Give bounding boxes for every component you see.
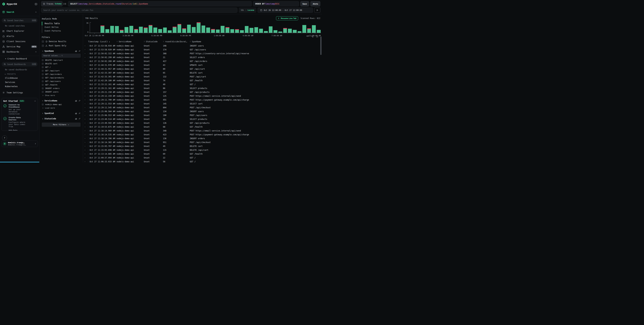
table-row[interactable]: ›Oct 27 11:16:14.396 AMnodejs-demo-apiUn… — [83, 136, 322, 140]
table-row[interactable]: ›Oct 27 11:19:53.875 AMnodejs-demo-apiUn… — [83, 125, 322, 129]
sidebar-item-search[interactable]: Search — [0, 10, 39, 15]
drag-handle-icon[interactable]: ⠿ — [144, 41, 145, 43]
table-row[interactable]: ›Oct 27 11:25:06.564 AMnodejs-demo-apiUn… — [83, 109, 322, 113]
table-row[interactable]: ›Oct 27 11:50:02.322 AMnodejs-demo-apiUn… — [83, 52, 322, 55]
chart-filter-icon[interactable] — [75, 118, 77, 120]
spanname-show-more[interactable]: Show more — [42, 94, 80, 97]
drag-handle-icon[interactable]: ⠿ — [190, 41, 191, 43]
filter-group-servicename[interactable]: ServiceName — [42, 100, 80, 102]
histogram-bar[interactable] — [274, 30, 277, 33]
view-sql-icon[interactable]: </> — [306, 35, 309, 38]
table-row[interactable]: ›Oct 27 11:29:11.700 AMnodejs-demo-apiUn… — [83, 98, 322, 102]
source-settings-gear-icon[interactable] — [64, 3, 66, 5]
chevron-up-icon[interactable] — [35, 51, 37, 53]
checkbox[interactable] — [42, 66, 44, 68]
checkbox[interactable] — [42, 59, 44, 61]
pin-icon[interactable] — [78, 112, 80, 114]
sidebar-item-team-settings[interactable]: Team Settings — [0, 90, 39, 95]
collapse-sidebar-icon[interactable] — [35, 3, 37, 5]
table-row[interactable]: ›Oct 27 11:42:33.307 AMnodejs-demo-apiUn… — [83, 71, 322, 75]
checkbox[interactable] — [42, 104, 44, 105]
column-statuscode[interactable]: ⠿StatusCode — [144, 41, 163, 43]
checkbox[interactable] — [42, 73, 44, 75]
row-expand-chevron[interactable]: › — [84, 145, 88, 147]
chart-filter-icon[interactable] — [75, 50, 77, 52]
row-expand-chevron[interactable]: › — [84, 153, 88, 155]
sidebar-item-service-map[interactable]: Service Map BETA — [0, 44, 39, 49]
table-row[interactable]: ›Oct 27 11:06:33.033 AMnodejs-demo-apiUn… — [83, 160, 322, 163]
table-row[interactable]: ›Oct 27 11:33:22.161 AMnodejs-demo-apiUn… — [83, 82, 322, 86]
histogram-bar[interactable] — [149, 25, 152, 33]
wrap-lines-icon[interactable] — [311, 35, 314, 38]
chevron-up-icon[interactable] — [34, 100, 36, 102]
filter-value-row[interactable]: GET / — [42, 66, 80, 69]
row-expand-chevron[interactable]: › — [84, 91, 88, 93]
table-row[interactable]: ›Oct 27 11:42:33.301 AMnodejs-demo-apiUn… — [83, 75, 322, 79]
row-expand-chevron[interactable]: › — [84, 160, 88, 163]
row-expand-chevron[interactable]: › — [84, 133, 88, 136]
table-row[interactable]: ›Oct 27 11:50:02.299 AMnodejs-demo-apiUn… — [83, 55, 322, 59]
row-expand-chevron[interactable]: › — [84, 106, 88, 109]
filter-value-row[interactable]: DELETE /api/cart — [42, 58, 80, 62]
table-row[interactable]: ›Oct 27 11:53:58.920 AMnodejs-demo-apiUn… — [83, 48, 322, 52]
filter-value-row[interactable]: INSERT orders — [42, 87, 80, 90]
histogram-bar[interactable] — [302, 25, 306, 33]
row-expand-chevron[interactable]: › — [84, 122, 88, 124]
histogram-bar[interactable] — [206, 28, 210, 33]
pin-icon[interactable] — [78, 50, 80, 52]
table-row[interactable]: ›Oct 27 11:44:31.957 AMnodejs-demo-apiUn… — [83, 67, 322, 71]
table-row[interactable]: ›Oct 27 11:29:11.545 AMnodejs-demo-apiUn… — [83, 106, 322, 109]
source-selector[interactable]: Traces Schema — [41, 1, 62, 6]
column-timestamp[interactable]: Timestamp (Local)↓ — [88, 41, 116, 43]
table-row[interactable]: ›Oct 27 11:16:14.383 AMnodejs-demo-apiUn… — [83, 140, 322, 144]
saved-dashboards-input[interactable]: Saved Dashboards ⌘ K — [2, 62, 38, 67]
help-button[interactable]: ? — [2, 135, 7, 140]
chart-filter-icon[interactable] — [75, 112, 77, 114]
download-icon[interactable] — [316, 35, 318, 38]
row-expand-chevron[interactable]: › — [84, 76, 88, 78]
checkbox[interactable] — [42, 41, 44, 43]
table-row[interactable]: ›Oct 27 11:09:37.094 AMnodejs-demo-apiUn… — [83, 156, 322, 160]
histogram-bar[interactable] — [106, 29, 109, 33]
row-expand-chevron[interactable]: › — [84, 157, 88, 159]
histogram-bar[interactable] — [293, 30, 297, 33]
mode-event-patterns[interactable]: Event Patterns — [42, 29, 80, 33]
sidebar-item-chart-explorer[interactable]: Chart Explorer — [0, 28, 39, 34]
alerts-button[interactable]: Alerts — [310, 1, 320, 6]
row-expand-chevron[interactable]: › — [84, 118, 88, 120]
histogram-bar[interactable] — [129, 26, 133, 33]
filter-value-row[interactable]: GET /api/orders — [42, 73, 80, 76]
histogram-bar[interactable] — [178, 24, 182, 33]
lang-sql-option[interactable]: SQL — [241, 9, 244, 11]
root-spans-only-toggle[interactable]: Root Spans Only — [42, 45, 80, 47]
histogram-bar[interactable] — [288, 29, 292, 33]
histogram-bar[interactable] — [298, 31, 302, 33]
sidebar-item-alerts[interactable]: Alerts — [0, 34, 39, 39]
histogram-bar[interactable] — [124, 27, 128, 33]
column-duration[interactable]: ⠿round(divide(Durat… — [163, 41, 190, 43]
histogram-bar[interactable] — [254, 27, 258, 33]
row-expand-chevron[interactable]: › — [84, 56, 88, 58]
checkbox[interactable] — [42, 88, 44, 89]
row-expand-chevron[interactable]: › — [84, 149, 88, 151]
filter-value-row[interactable]: GET /api/products — [42, 76, 80, 80]
filter-value-row[interactable]: nodejs-demo-api — [42, 103, 80, 106]
histogram-bar[interactable] — [168, 30, 172, 33]
chart-filter-icon[interactable] — [75, 100, 77, 102]
table-row[interactable]: ›Oct 27 11:29:21.161 AMnodejs-demo-apiUn… — [83, 86, 322, 90]
pin-icon[interactable] — [78, 100, 80, 102]
row-expand-chevron[interactable]: › — [84, 68, 88, 70]
histogram-bar[interactable] — [173, 27, 176, 33]
row-expand-chevron[interactable]: › — [84, 60, 88, 62]
histogram-bar[interactable] — [153, 28, 157, 33]
table-row[interactable]: ›Oct 27 11:16:14.960 AMnodejs-demo-apiUn… — [83, 129, 322, 133]
filter-group-statuscode[interactable]: StatusCode — [42, 118, 80, 120]
table-row[interactable]: ›Oct 27 11:50:02.289 AMnodejs-demo-apiUn… — [83, 59, 322, 63]
histogram-bar[interactable] — [250, 28, 253, 33]
mode-event-deltas[interactable]: Event Deltas — [42, 25, 80, 29]
histogram-bar[interactable] — [278, 32, 282, 33]
servicename-load-more[interactable]: Load more — [42, 107, 80, 109]
denoise-results-toggle[interactable]: Denoise Results — [42, 40, 80, 43]
pin-icon[interactable] — [78, 118, 80, 120]
histogram-bar[interactable] — [158, 29, 162, 33]
